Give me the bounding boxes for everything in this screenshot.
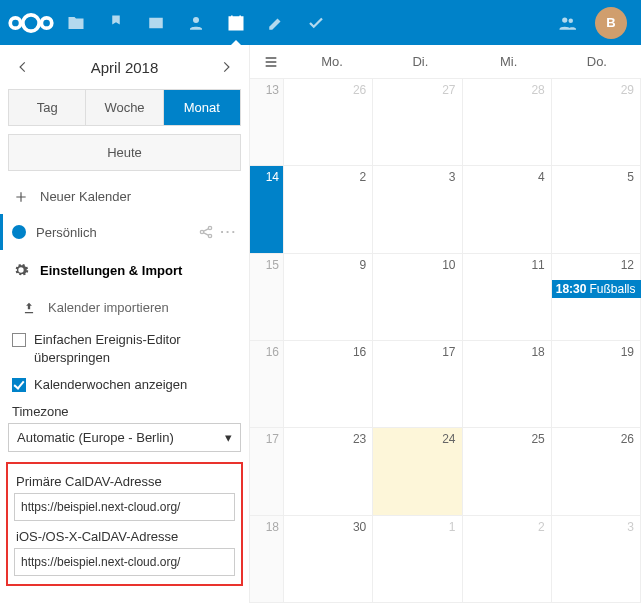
day-cell[interactable]: 23 xyxy=(284,428,373,515)
chevron-down-icon: ▾ xyxy=(225,430,232,445)
day-cell[interactable]: 19 xyxy=(552,341,641,428)
show-weeks-checkbox[interactable]: Kalenderwochen anzeigen xyxy=(0,370,249,398)
day-cell[interactable]: 30 xyxy=(284,516,373,603)
svg-point-0 xyxy=(10,17,20,27)
day-number: 29 xyxy=(621,83,634,97)
week-number: 17 xyxy=(250,428,284,515)
day-number: 11 xyxy=(531,258,544,272)
day-cell[interactable]: 1218:30Fußballs xyxy=(552,254,641,341)
day-number: 27 xyxy=(442,83,455,97)
day-cell[interactable]: 25 xyxy=(463,428,552,515)
tab-month[interactable]: Monat xyxy=(164,90,240,125)
user-avatar[interactable]: B xyxy=(595,7,627,39)
calendar-event[interactable]: 18:30Fußballs xyxy=(552,280,641,298)
calendar-name: Persönlich xyxy=(36,225,97,240)
day-cell[interactable]: 29 xyxy=(552,79,641,166)
day-number: 5 xyxy=(627,170,634,184)
day-cell[interactable]: 1 xyxy=(373,516,462,603)
day-number: 25 xyxy=(531,432,544,446)
tab-day[interactable]: Tag xyxy=(9,90,86,125)
sidebar: April 2018 Tag Woche Monat Heute Neuer K… xyxy=(0,45,250,603)
tab-week[interactable]: Woche xyxy=(86,90,163,125)
new-calendar-button[interactable]: Neuer Kalender xyxy=(0,179,249,214)
plus-icon xyxy=(12,190,30,204)
day-cell[interactable]: 11 xyxy=(463,254,552,341)
event-time: 18:30 xyxy=(556,282,587,296)
day-cell[interactable]: 5 xyxy=(552,166,641,253)
checkbox-icon xyxy=(12,333,26,347)
day-cell[interactable]: 3 xyxy=(373,166,462,253)
activity-icon[interactable] xyxy=(96,0,136,45)
svg-point-2 xyxy=(41,17,51,27)
day-cell[interactable]: 28 xyxy=(463,79,552,166)
share-icon[interactable] xyxy=(198,224,214,240)
day-cell[interactable]: 18 xyxy=(463,341,552,428)
simple-editor-label: Einfachen Ereignis-Editor überspringen xyxy=(34,331,237,366)
day-cell[interactable]: 2 xyxy=(284,166,373,253)
svg-point-4 xyxy=(562,17,567,22)
notes-icon[interactable] xyxy=(256,0,296,45)
day-cell[interactable]: 10 xyxy=(373,254,462,341)
upload-icon xyxy=(20,301,38,315)
calendar-content: Mo. Di. Mi. Do. 132627282914234515910111… xyxy=(250,45,641,603)
files-icon[interactable] xyxy=(56,0,96,45)
next-month-button[interactable] xyxy=(211,52,241,82)
day-cell[interactable]: 26 xyxy=(284,79,373,166)
caldav-urls: Primäre CalDAV-Adresse iOS-/OS-X-CalDAV-… xyxy=(6,462,243,586)
day-number: 23 xyxy=(353,432,366,446)
view-tabs: Tag Woche Monat xyxy=(8,89,241,126)
tasks-icon[interactable] xyxy=(296,0,336,45)
gallery-icon[interactable] xyxy=(136,0,176,45)
day-cell[interactable]: 26 xyxy=(552,428,641,515)
caldav-primary-input[interactable] xyxy=(14,493,235,521)
checkbox-icon xyxy=(12,378,26,392)
weekday-do: Do. xyxy=(553,54,641,69)
day-number: 2 xyxy=(538,520,545,534)
gear-icon xyxy=(12,262,30,278)
day-number: 28 xyxy=(531,83,544,97)
day-number: 10 xyxy=(442,258,455,272)
day-number: 24 xyxy=(442,432,455,446)
caldav-primary-label: Primäre CalDAV-Adresse xyxy=(16,474,233,489)
weekday-mi: Mi. xyxy=(465,54,553,69)
day-number: 9 xyxy=(360,258,367,272)
app-logo[interactable] xyxy=(6,8,56,38)
calendar-icon[interactable] xyxy=(216,0,256,45)
week-number: 13 xyxy=(250,79,284,166)
week-number: 15 xyxy=(250,254,284,341)
day-cell[interactable]: 2 xyxy=(463,516,552,603)
prev-month-button[interactable] xyxy=(8,52,38,82)
day-number: 18 xyxy=(531,345,544,359)
day-cell[interactable]: 3 xyxy=(552,516,641,603)
day-cell[interactable]: 24 xyxy=(373,428,462,515)
day-number: 3 xyxy=(627,520,634,534)
month-navigator: April 2018 xyxy=(0,45,249,89)
contacts-icon[interactable] xyxy=(176,0,216,45)
weekday-mo: Mo. xyxy=(288,54,376,69)
day-cell[interactable]: 9 xyxy=(284,254,373,341)
day-number: 30 xyxy=(353,520,366,534)
day-cell[interactable]: 17 xyxy=(373,341,462,428)
more-icon[interactable]: ··· xyxy=(220,224,237,240)
today-button[interactable]: Heute xyxy=(8,134,241,171)
caldav-ios-input[interactable] xyxy=(14,548,235,576)
new-calendar-label: Neuer Kalender xyxy=(40,189,131,204)
day-cell[interactable]: 16 xyxy=(284,341,373,428)
top-nav xyxy=(56,0,336,45)
import-calendar-button[interactable]: Kalender importieren xyxy=(0,290,249,325)
day-number: 26 xyxy=(353,83,366,97)
users-icon[interactable] xyxy=(547,0,587,45)
settings-import-button[interactable]: Einstellungen & Import xyxy=(0,250,249,290)
simple-editor-checkbox[interactable]: Einfachen Ereignis-Editor überspringen xyxy=(0,325,249,370)
timezone-select[interactable]: Automatic (Europe - Berlin) ▾ xyxy=(8,423,241,452)
day-cell[interactable]: 4 xyxy=(463,166,552,253)
svg-point-5 xyxy=(569,18,574,23)
day-number: 17 xyxy=(442,345,455,359)
calendar-item-personal[interactable]: Persönlich ··· xyxy=(0,214,249,250)
day-number: 1 xyxy=(449,520,456,534)
weekday-header: Mo. Di. Mi. Do. xyxy=(250,45,641,79)
grid-menu-icon[interactable] xyxy=(254,54,288,70)
event-title: Fußballs xyxy=(589,282,635,296)
day-cell[interactable]: 27 xyxy=(373,79,462,166)
week-number: 16 xyxy=(250,341,284,428)
